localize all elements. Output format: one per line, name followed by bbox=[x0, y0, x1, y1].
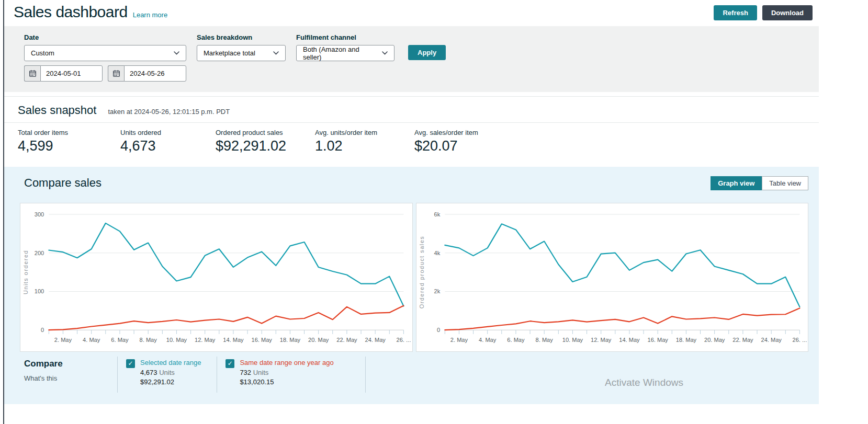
sales-breakdown-value: Marketplace total bbox=[204, 49, 255, 57]
year-ago-range-checkbox[interactable]: ✓ bbox=[226, 359, 234, 368]
calendar-icon-glyph bbox=[29, 70, 37, 77]
svg-text:6. May: 6. May bbox=[111, 337, 129, 343]
stat-label: Ordered product sales bbox=[216, 129, 315, 136]
svg-text:2. May: 2. May bbox=[54, 337, 72, 343]
svg-text:24. May: 24. May bbox=[365, 337, 386, 343]
stat-avg-sales-per-order-item: Avg. sales/order item $20.07 bbox=[414, 129, 478, 154]
svg-text:24. May: 24. May bbox=[761, 337, 782, 343]
chevron-down-icon bbox=[382, 51, 388, 55]
svg-text:16. May: 16. May bbox=[647, 337, 668, 343]
svg-text:4. May: 4. May bbox=[479, 337, 497, 343]
legend-item-selected-date-range: ✓ Selected date range 4,673 Units $92,29… bbox=[117, 357, 217, 393]
stat-avg-units-per-order-item: Avg. units/order item 1.02 bbox=[315, 129, 414, 154]
svg-text:16. May: 16. May bbox=[252, 337, 273, 343]
sales-snapshot-section: Sales snapshot taken at 2024-05-26, 12:0… bbox=[4, 96, 819, 163]
date-from-input[interactable] bbox=[40, 65, 103, 82]
date-range-select[interactable]: Custom bbox=[24, 45, 186, 61]
svg-text:6k: 6k bbox=[434, 211, 440, 217]
svg-text:100: 100 bbox=[35, 288, 44, 294]
refresh-button[interactable]: Refresh bbox=[714, 5, 757, 20]
chevron-down-icon bbox=[273, 51, 279, 55]
snapshot-stats: Total order items 4,599 Units ordered 4,… bbox=[4, 123, 819, 163]
svg-text:26. ...: 26. ... bbox=[792, 337, 807, 343]
stat-value: 4,673 bbox=[120, 138, 216, 154]
date-to-field bbox=[108, 65, 186, 82]
stat-ordered-product-sales: Ordered product sales $92,291.02 bbox=[216, 129, 315, 154]
learn-more-link[interactable]: Learn more bbox=[133, 11, 167, 19]
compare-legend: Compare What's this ✓ Selected date rang… bbox=[20, 357, 808, 393]
svg-text:4. May: 4. May bbox=[83, 337, 100, 343]
svg-text:200: 200 bbox=[35, 250, 44, 256]
svg-text:12. May: 12. May bbox=[195, 337, 216, 343]
svg-text:0: 0 bbox=[41, 327, 44, 333]
svg-text:12. May: 12. May bbox=[591, 337, 612, 343]
svg-text:18. May: 18. May bbox=[280, 337, 301, 343]
legend-label: Same date range one year ago bbox=[240, 359, 333, 366]
fulfilment-channel-value: Both (Amazon and seller) bbox=[303, 45, 377, 61]
activate-windows-watermark: Activate Windows bbox=[605, 377, 683, 388]
fulfilment-channel-label: Fulfilment channel bbox=[296, 33, 397, 41]
compare-sales-section: Compare sales Graph view Table view 0100… bbox=[4, 167, 819, 404]
legend-units: 732 Units bbox=[240, 369, 333, 376]
view-toggle: Graph view Table view bbox=[711, 176, 808, 190]
units-ordered-chart: 01002003002. May4. May6. May8. May10. Ma… bbox=[20, 203, 413, 352]
svg-text:6. May: 6. May bbox=[507, 337, 525, 343]
compare-heading: Compare bbox=[24, 359, 117, 369]
stat-units-ordered: Units ordered 4,673 bbox=[120, 129, 216, 154]
svg-text:10. May: 10. May bbox=[166, 337, 187, 343]
svg-text:8. May: 8. May bbox=[140, 337, 157, 343]
stat-value: 1.02 bbox=[315, 138, 414, 154]
legend-item-year-ago-range: ✓ Same date range one year ago 732 Units… bbox=[217, 357, 365, 393]
stat-label: Avg. units/order item bbox=[315, 129, 414, 136]
apply-button[interactable]: Apply bbox=[408, 45, 446, 60]
legend-units: 4,673 Units bbox=[140, 369, 201, 376]
download-button[interactable]: Download bbox=[762, 5, 813, 20]
stat-label: Avg. sales/order item bbox=[414, 129, 478, 136]
stat-value: $20.07 bbox=[414, 138, 478, 154]
sales-breakdown-filter-group: Sales breakdown Marketplace total bbox=[197, 33, 286, 82]
svg-text:26. ...: 26. ... bbox=[397, 337, 411, 343]
svg-text:22. May: 22. May bbox=[732, 337, 753, 343]
calendar-icon[interactable] bbox=[24, 65, 40, 82]
svg-text:4k: 4k bbox=[434, 250, 440, 256]
graph-view-button[interactable]: Graph view bbox=[711, 176, 762, 190]
fulfilment-channel-filter-group: Fulfilment channel Both (Amazon and sell… bbox=[296, 33, 397, 82]
sales-dashboard-page: Sales dashboard Learn more Refresh Downl… bbox=[4, 0, 819, 404]
snapshot-timestamp: taken at 2024-05-26, 12:01:15 p.m. PDT bbox=[108, 108, 230, 116]
svg-text:14. May: 14. May bbox=[619, 337, 640, 343]
svg-text:20. May: 20. May bbox=[308, 337, 329, 343]
legend-sales: $13,020.15 bbox=[240, 378, 333, 386]
date-to-input[interactable] bbox=[124, 65, 186, 82]
stat-value: 4,599 bbox=[18, 138, 120, 154]
svg-text:0: 0 bbox=[437, 327, 440, 333]
legend-label: Selected date range bbox=[140, 359, 201, 366]
stat-label: Total order items bbox=[18, 129, 120, 136]
page-header: Sales dashboard Learn more Refresh Downl… bbox=[4, 0, 819, 26]
table-view-button[interactable]: Table view bbox=[762, 176, 808, 190]
svg-text:22. May: 22. May bbox=[336, 337, 357, 343]
sales-breakdown-select[interactable]: Marketplace total bbox=[197, 45, 286, 61]
page-title: Sales dashboard bbox=[14, 3, 128, 21]
date-range-value: Custom bbox=[31, 49, 54, 57]
svg-text:8. May: 8. May bbox=[535, 337, 553, 343]
svg-text:2. May: 2. May bbox=[450, 337, 468, 343]
snapshot-title: Sales snapshot bbox=[18, 104, 96, 117]
svg-text:20. May: 20. May bbox=[704, 337, 725, 343]
legend-sales: $92,291.02 bbox=[140, 378, 201, 386]
svg-text:14. May: 14. May bbox=[223, 337, 244, 343]
stat-label: Units ordered bbox=[120, 129, 216, 136]
calendar-icon[interactable] bbox=[108, 65, 124, 82]
fulfilment-channel-select[interactable]: Both (Amazon and seller) bbox=[296, 45, 394, 61]
compare-charts: 01002003002. May4. May6. May8. May10. Ma… bbox=[20, 203, 808, 352]
filter-bar: Date Custom bbox=[4, 26, 819, 92]
calendar-icon-glyph bbox=[112, 70, 120, 77]
svg-text:Ordered product sales: Ordered product sales bbox=[419, 236, 425, 309]
date-label: Date bbox=[24, 33, 186, 41]
stat-value: $92,291.02 bbox=[216, 138, 315, 154]
svg-text:2k: 2k bbox=[434, 288, 440, 294]
whats-this-link[interactable]: What's this bbox=[24, 374, 57, 382]
ordered-product-sales-chart: 02k4k6k2. May4. May6. May8. May10. May12… bbox=[416, 203, 809, 352]
svg-text:300: 300 bbox=[35, 211, 44, 217]
selected-range-checkbox[interactable]: ✓ bbox=[126, 359, 135, 368]
svg-text:10. May: 10. May bbox=[562, 337, 583, 343]
